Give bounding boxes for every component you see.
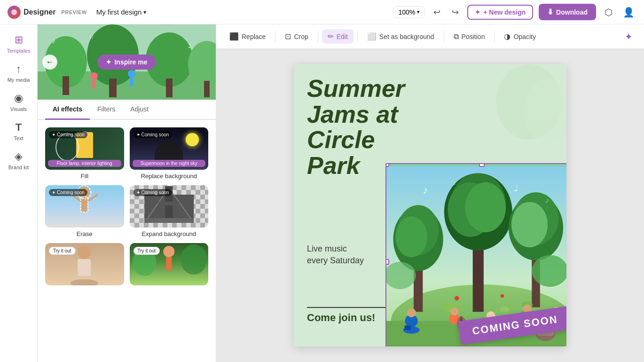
tab-adjust[interactable]: Adjust bbox=[123, 100, 156, 120]
share-button[interactable]: ⬡ bbox=[602, 4, 615, 21]
effect-try2-image: Try it out bbox=[130, 243, 209, 285]
sparkle-icon-4: ✦ bbox=[136, 190, 140, 195]
svg-point-71 bbox=[450, 307, 458, 315]
set-as-background-button[interactable]: ⬜ Set as background bbox=[361, 29, 440, 44]
design-title-button[interactable]: My first design ▾ bbox=[93, 6, 150, 18]
position-icon: ⧉ bbox=[454, 32, 459, 41]
sparkle-icon: ✦ bbox=[106, 58, 111, 66]
app-logo: Designer bbox=[8, 6, 55, 19]
top-navigation: Designer PREVIEW My first design ▾ 100% … bbox=[0, 0, 644, 24]
design-title-text: My first design bbox=[96, 8, 142, 16]
edit-label: Edit bbox=[337, 33, 348, 40]
svg-rect-34 bbox=[166, 257, 172, 270]
sidebar-item-templates[interactable]: ⊞ Templates bbox=[3, 30, 35, 57]
coming-soon-badge-4: ✦ Coming soon bbox=[134, 189, 172, 196]
canvas-container: Summer Jams at Circle Park ↻ bbox=[216, 49, 644, 362]
redo-icon: ↪ bbox=[452, 8, 459, 17]
effect-fill-image: ✦ Coming soon Floor lamp, interior light… bbox=[45, 127, 124, 170]
svg-text:♪: ♪ bbox=[423, 184, 428, 196]
effect-erase-image: ✦ Coming soon bbox=[45, 185, 124, 228]
tab-ai-effects[interactable]: AI effects bbox=[45, 100, 90, 120]
replace-button[interactable]: ⬛ Replace bbox=[224, 29, 271, 44]
preview-image: ♪ ♫ ♩ ← ✦ Inspire me bbox=[38, 24, 216, 100]
panel-tabs: AI effects Filters Adjust bbox=[38, 100, 216, 120]
sidebar-item-my-media[interactable]: ↑ My media bbox=[3, 59, 35, 87]
erase-label: Erase bbox=[45, 230, 124, 237]
svg-point-0 bbox=[11, 9, 17, 15]
handle-top-left[interactable] bbox=[385, 163, 389, 167]
opacity-label: Opacity bbox=[513, 33, 535, 40]
sidebar-item-brand-kit[interactable]: ◈ Brand kit bbox=[3, 147, 35, 174]
crop-label: Crop bbox=[294, 33, 308, 40]
effect-try2[interactable]: Try it out bbox=[130, 243, 209, 285]
expand-bg-label: Expand background bbox=[130, 230, 209, 237]
effect-try1[interactable]: Try it out bbox=[45, 243, 124, 285]
zoom-control[interactable]: 100% ▾ bbox=[393, 6, 425, 18]
replace-icon: ⬛ bbox=[229, 32, 239, 41]
coming-soon-badge-3: ✦ Coming soon bbox=[49, 189, 87, 196]
tab-filters[interactable]: Filters bbox=[90, 100, 123, 120]
bg-decoration-svg bbox=[435, 64, 566, 158]
redo-button[interactable]: ↪ bbox=[449, 4, 462, 20]
title-line1: Summer bbox=[307, 76, 405, 102]
inspire-me-label: Inspire me bbox=[114, 58, 147, 66]
try-it-badge-2: Try it out bbox=[134, 247, 160, 255]
effect-expand-bg[interactable]: ✦ Coming soon Expand background bbox=[130, 185, 209, 237]
inspire-me-button[interactable]: ✦ Inspire me bbox=[97, 55, 156, 70]
position-button[interactable]: ⧉ Position bbox=[448, 30, 491, 44]
svg-point-32 bbox=[70, 279, 98, 285]
brand-kit-icon: ◈ bbox=[15, 150, 23, 163]
replace-bg-label: Replace background bbox=[130, 173, 209, 180]
edit-button[interactable]: ✏ Edit bbox=[322, 29, 353, 44]
magic-button[interactable]: ✦ bbox=[621, 27, 636, 46]
visuals-icon: ◉ bbox=[14, 92, 23, 104]
coming-soon-text-3: Coming soon bbox=[57, 190, 85, 195]
title-line3: Circle bbox=[307, 127, 405, 153]
effect-erase[interactable]: ✦ Coming soon Erase bbox=[45, 185, 124, 237]
crop-icon: ⊡ bbox=[285, 32, 291, 41]
svg-point-54 bbox=[511, 202, 548, 247]
sidebar-item-visuals[interactable]: ◉ Visuals bbox=[3, 88, 35, 116]
preview-overlay: ✦ Inspire me bbox=[38, 24, 216, 100]
replace-label: Replace bbox=[242, 33, 266, 40]
replace-bg-label-overlay: Supermoon in the night sky bbox=[133, 160, 206, 167]
svg-point-30 bbox=[78, 246, 91, 259]
templates-label: Templates bbox=[7, 48, 30, 54]
svg-point-59 bbox=[500, 307, 509, 313]
toolbar-divider-5 bbox=[494, 31, 495, 42]
svg-point-67 bbox=[407, 308, 416, 317]
main-layout: ⊞ Templates ↑ My media ◉ Visuals T Text … bbox=[0, 24, 644, 362]
svg-point-64 bbox=[455, 296, 459, 301]
canvas-area: ⬛ Replace ⊡ Crop ✏ Edit ⬜ Set as backgro… bbox=[216, 24, 644, 362]
sparkle-icon: ✦ bbox=[52, 132, 55, 137]
undo-button[interactable]: ↩ bbox=[431, 4, 443, 20]
toolbar-divider-2 bbox=[318, 31, 318, 42]
opacity-button[interactable]: ◑ Opacity bbox=[498, 29, 541, 44]
canvas-subtitle: Live music every Saturday bbox=[307, 243, 364, 267]
crop-button[interactable]: ⊡ Crop bbox=[279, 29, 314, 44]
svg-text:♩: ♩ bbox=[514, 183, 518, 193]
chevron-down-icon: ▾ bbox=[417, 9, 420, 15]
subtitle-line2: every Saturday bbox=[307, 255, 364, 267]
effect-replace-bg[interactable]: ✦ Coming soon Supermoon in the night sky… bbox=[130, 127, 209, 180]
svg-text:♫: ♫ bbox=[450, 177, 456, 187]
sidebar-item-text[interactable]: T Text bbox=[3, 118, 35, 145]
handle-top-middle[interactable] bbox=[479, 163, 485, 167]
text-icon: T bbox=[16, 121, 22, 134]
zoom-value: 100% bbox=[398, 8, 415, 16]
new-design-button[interactable]: ✦ + New design bbox=[467, 5, 533, 20]
download-button[interactable]: ⬇ Download bbox=[539, 4, 596, 20]
handle-middle-left[interactable] bbox=[385, 259, 389, 265]
svg-point-36 bbox=[181, 244, 207, 275]
visuals-label: Visuals bbox=[10, 106, 27, 112]
user-avatar-button[interactable]: 👤 bbox=[621, 5, 636, 20]
svg-rect-28 bbox=[158, 202, 179, 205]
download-icon: ⬇ bbox=[547, 8, 553, 16]
new-design-label: + New design bbox=[483, 8, 526, 16]
svg-point-50 bbox=[465, 182, 506, 232]
svg-rect-29 bbox=[144, 218, 194, 223]
my-media-label: My media bbox=[8, 77, 30, 83]
effect-fill[interactable]: ✦ Coming soon Floor lamp, interior light… bbox=[45, 127, 124, 180]
canvas: Summer Jams at Circle Park ↻ bbox=[294, 64, 566, 346]
edit-icon: ✏ bbox=[328, 32, 334, 41]
